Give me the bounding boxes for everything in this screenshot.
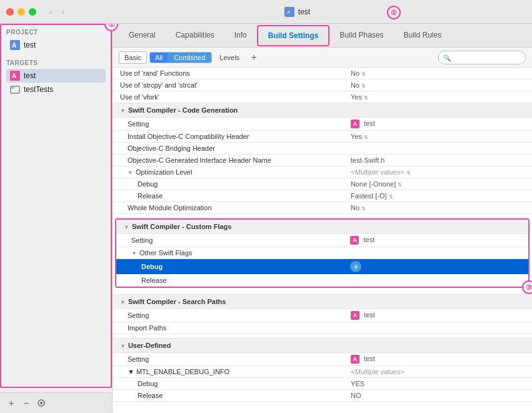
target-icon-a: A xyxy=(351,120,359,128)
combined-filter-button[interactable]: Combined xyxy=(168,53,211,63)
setting-name: Release xyxy=(113,390,343,402)
table-row[interactable]: Debug None [-Onone] ⇅ xyxy=(113,178,532,190)
table-row[interactable]: Release Fastest [-O] ⇅ xyxy=(113,190,532,202)
sidebar-targets-label: TARGETS xyxy=(6,59,106,66)
tab-build-rules[interactable]: Build Rules xyxy=(393,26,451,46)
svg-text:A: A xyxy=(287,9,291,15)
target-item-label: test xyxy=(24,71,36,80)
setting-value: test-Swift.h xyxy=(343,155,532,166)
setting-name: Release xyxy=(113,190,343,202)
setting-name: Use of 'rand' Functions xyxy=(113,68,343,79)
table-row[interactable]: Use of 'rand' Functions No ⇅ xyxy=(113,68,532,79)
setting-name: Setting xyxy=(116,234,343,247)
add-debug-flag-button[interactable]: + xyxy=(350,261,361,272)
table-row[interactable]: Whole Module Optimization No ⇅ xyxy=(113,202,532,214)
sidebar-item-test-target[interactable]: A test xyxy=(6,69,106,83)
setting-name: Debug xyxy=(113,178,343,190)
section-header-custom-flags: ▼Swift Compiler - Custom Flags xyxy=(116,220,528,234)
forward-arrow[interactable]: › xyxy=(58,6,69,18)
setting-name: Setting xyxy=(113,118,343,131)
back-arrow[interactable]: ‹ xyxy=(45,6,56,18)
settings-button[interactable] xyxy=(35,397,48,409)
section-header-code-gen: ▼Swift Compiler - Code Generation xyxy=(113,103,532,118)
table-row[interactable]: Use of 'vfork' Yes ⇅ xyxy=(113,91,532,103)
setting-name: ▼Optimization Level xyxy=(113,166,343,178)
table-row xyxy=(113,334,532,339)
editor-area: General Capabilities Info Build Settings… xyxy=(113,24,532,413)
setting-value: A test xyxy=(343,353,532,366)
setting-value: Fastest [-O] ⇅ xyxy=(343,190,532,202)
tab-build-settings[interactable]: Build Settings xyxy=(257,25,330,46)
custom-setting-value: test xyxy=(364,236,375,243)
table-row-selected[interactable]: Debug + xyxy=(116,259,528,275)
nav-arrows: ‹ › xyxy=(45,6,69,18)
custom-flags-bordered-section: ③ ▼Swift Compiler - Custom Flags Setting xyxy=(115,218,529,288)
filter-group: All Combined xyxy=(149,52,212,63)
custom-flags-section-spacer xyxy=(113,214,532,218)
target-icon-a4: A xyxy=(351,355,359,364)
setting-value xyxy=(343,322,532,334)
tab-bar: General Capabilities Info Build Settings… xyxy=(113,24,532,48)
user-defined-title: User-Defined xyxy=(128,342,171,349)
project-icon: A xyxy=(10,40,20,50)
setting-value: <Multiple values> ⇅ xyxy=(343,166,532,178)
title-bar-left: ‹ › xyxy=(6,6,69,18)
tab-info[interactable]: Info xyxy=(224,26,257,46)
annotation-badge-2: ② xyxy=(387,6,401,19)
target-icon: A xyxy=(10,71,20,81)
add-target-button[interactable]: + xyxy=(5,397,18,409)
sidebar-item-test-tests[interactable]: testTests xyxy=(6,83,106,96)
badge-2-container: ② xyxy=(387,6,401,19)
table-row[interactable]: Install Objective-C Compatibility Header… xyxy=(113,131,532,143)
levels-filter-button[interactable]: Levels xyxy=(214,52,244,63)
setting-value xyxy=(343,275,528,287)
table-row[interactable]: Objective-C Generated Interface Header N… xyxy=(113,155,532,166)
all-filter-button[interactable]: All xyxy=(150,53,168,63)
setting-name: Release xyxy=(116,275,343,287)
setting-name: Objective-C Bridging Header xyxy=(113,143,343,155)
section-header-user-defined: ▼User-Defined xyxy=(113,339,532,353)
table-row[interactable]: Import Paths xyxy=(113,322,532,334)
table-row[interactable]: Use of 'strcpy' and 'strcat' No ⇅ xyxy=(113,79,532,91)
table-row[interactable]: ▼Optimization Level <Multiple values> ⇅ xyxy=(113,166,532,178)
setting-value: A test xyxy=(343,234,528,247)
minimize-button[interactable] xyxy=(18,8,25,16)
svg-point-9 xyxy=(40,402,43,404)
setting-value: None [-Onone] ⇅ xyxy=(343,178,532,190)
custom-flags-table: ▼Swift Compiler - Custom Flags Setting A… xyxy=(116,220,528,287)
tab-build-phases[interactable]: Build Phases xyxy=(329,26,393,46)
basic-filter-button[interactable]: Basic xyxy=(119,51,147,64)
selected-setting-name: Debug xyxy=(116,259,343,275)
table-row[interactable]: Setting A test xyxy=(113,309,532,322)
table-row[interactable]: ▼ MTL_ENABLE_DEBUG_INFO <Multiple values… xyxy=(113,366,532,378)
search-input[interactable] xyxy=(438,51,526,64)
table-row[interactable]: Setting A test xyxy=(116,234,528,247)
add-setting-button[interactable]: + xyxy=(247,51,261,64)
maximize-button[interactable] xyxy=(29,8,36,16)
setting-name: Use of 'vfork' xyxy=(113,91,343,103)
main-content: ① PROJECT A test TARGET xyxy=(0,24,532,413)
table-row[interactable]: Release NO xyxy=(113,390,532,402)
setting-name: Debug xyxy=(113,378,343,390)
tab-general[interactable]: General xyxy=(119,26,166,46)
table-row[interactable]: Release xyxy=(116,275,528,287)
setting-name: ▼ MTL_ENABLE_DEBUG_INFO xyxy=(113,366,343,378)
svg-rect-6 xyxy=(11,86,19,93)
close-button[interactable] xyxy=(6,8,14,16)
sidebar-item-project[interactable]: A test xyxy=(6,38,106,52)
title-bar: ‹ › A test ② xyxy=(0,0,532,24)
table-row[interactable]: ▼Other Swift Flags xyxy=(116,247,528,259)
setting-value: A test xyxy=(343,118,532,131)
search-paths-table: ▼Swift Compiler - Search Paths Setting A… xyxy=(113,290,532,402)
tab-capabilities[interactable]: Capabilities xyxy=(166,26,224,46)
table-row[interactable]: Debug YES xyxy=(113,378,532,390)
table-row[interactable]: Setting A test xyxy=(113,353,532,366)
mtl-value: <Multiple values> xyxy=(351,368,404,375)
sidebar-bottom: + − xyxy=(0,392,112,413)
remove-target-button[interactable]: − xyxy=(20,397,33,409)
section-header-search-paths: ▼Swift Compiler - Search Paths xyxy=(113,295,532,309)
table-row[interactable]: Objective-C Bridging Header xyxy=(113,143,532,155)
setting-name: Use of 'strcpy' and 'strcat' xyxy=(113,79,343,91)
setting-name: Import Paths xyxy=(113,322,343,334)
table-row[interactable]: Setting A test xyxy=(113,118,532,131)
